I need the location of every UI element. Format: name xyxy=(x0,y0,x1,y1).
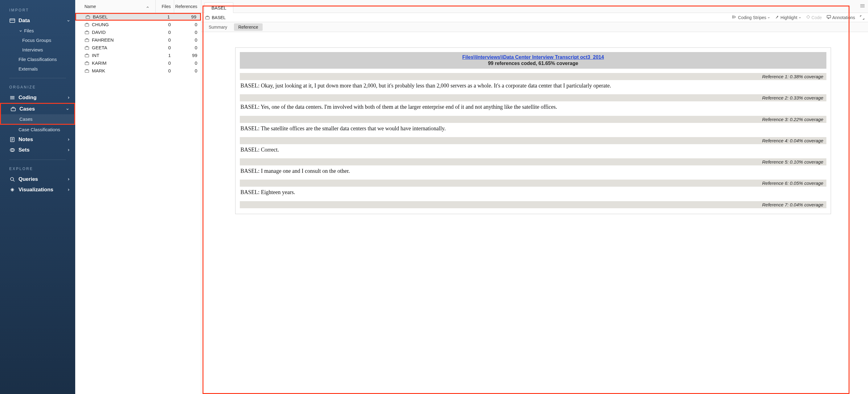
doc-subheader: 99 references coded, 61.65% coverage xyxy=(242,61,824,66)
nav-label: Cases xyxy=(20,106,35,112)
row-files: 0 xyxy=(155,37,174,42)
tool-expand[interactable] xyxy=(860,15,864,20)
data-icon xyxy=(9,18,16,24)
doc-link[interactable]: Files\\Interviews\\Data Center Interview… xyxy=(462,55,604,60)
svg-rect-18 xyxy=(86,16,90,19)
sidebar-item-queries[interactable]: Queries xyxy=(0,174,75,185)
doc-header: Files\\Interviews\\Data Center Interview… xyxy=(240,52,827,69)
chevron-down-icon xyxy=(799,16,801,19)
sidebar-item-file-classifications[interactable]: File Classifications xyxy=(0,55,75,64)
reference-text[interactable]: BASEL: Eighteen years. xyxy=(240,188,827,201)
sidebar-item-focus-groups[interactable]: Focus Groups xyxy=(0,35,75,45)
table-row[interactable]: KARIM00 xyxy=(75,59,201,67)
reference-text[interactable]: BASEL: Correct. xyxy=(240,145,827,158)
tool-label: Highlight xyxy=(780,15,797,20)
col-header-references[interactable]: References xyxy=(174,0,201,13)
svg-rect-5 xyxy=(11,108,16,111)
nav-label: File Classifications xyxy=(19,57,57,62)
row-refs: 99 xyxy=(174,53,201,58)
row-files: 0 xyxy=(155,22,174,27)
content-area[interactable]: Files\\Interviews\\Data Center Interview… xyxy=(201,32,868,394)
table-row[interactable]: FAHREEN00 xyxy=(75,36,201,44)
reference-label: Reference 5: 0.10% coverage xyxy=(240,158,827,165)
detail-panel: BASEL BASEL Coding Stripes xyxy=(201,0,868,394)
table-row[interactable]: BASEL199 xyxy=(75,13,201,21)
tool-label: Annotations xyxy=(832,15,855,20)
reference-text[interactable]: BASEL: I manage one and I consult on the… xyxy=(240,167,827,179)
coding-stripes-icon xyxy=(732,15,737,20)
case-icon xyxy=(205,15,210,20)
sidebar-item-externals[interactable]: Externals xyxy=(0,64,75,74)
sidebar-item-cases-sub[interactable]: Cases xyxy=(1,114,74,124)
sidebar-item-files[interactable]: Files xyxy=(0,26,75,35)
divider xyxy=(9,78,66,78)
section-organize-label: ORGANIZE xyxy=(0,83,75,92)
row-refs: 0 xyxy=(174,37,201,42)
col-label: Files xyxy=(161,4,171,9)
annotations-icon xyxy=(827,15,831,20)
sub-tab-summary[interactable]: Summary xyxy=(204,24,231,31)
detail-tab-basel[interactable]: BASEL xyxy=(204,2,233,13)
table-row[interactable]: CHUNG00 xyxy=(75,21,201,28)
sidebar-item-case-classifications[interactable]: Case Classifications xyxy=(0,125,75,134)
col-header-name[interactable]: Name xyxy=(75,0,155,13)
reference-text[interactable]: BASEL: Okay, just looking at it, I put d… xyxy=(240,81,827,94)
row-name: BASEL xyxy=(93,14,107,20)
chevron-right-icon xyxy=(66,188,71,191)
table-row[interactable]: INT199 xyxy=(75,52,201,59)
svg-rect-21 xyxy=(85,39,89,41)
sidebar-item-visualizations[interactable]: Visualizations xyxy=(0,185,75,195)
reference-label: Reference 2: 0.33% coverage xyxy=(240,94,827,101)
document: Files\\Interviews\\Data Center Interview… xyxy=(235,47,831,214)
nav-label: Notes xyxy=(19,136,33,143)
reference-text[interactable]: BASEL: Yes, one of the data centers. I'm… xyxy=(240,103,827,116)
sidebar-item-sets[interactable]: Sets xyxy=(0,145,75,155)
row-refs: 99 xyxy=(173,14,200,20)
sidebar-item-notes[interactable]: Notes xyxy=(0,134,75,145)
row-name: MARK xyxy=(92,68,105,73)
row-name: CHUNG xyxy=(92,22,109,27)
tool-highlight[interactable]: Highlight xyxy=(775,15,801,20)
tool-label: Coding Stripes xyxy=(738,15,766,20)
expand-icon xyxy=(860,15,864,20)
sidebar-item-coding[interactable]: Coding xyxy=(0,92,75,103)
coding-icon xyxy=(9,95,16,101)
row-files: 1 xyxy=(154,14,173,20)
case-icon xyxy=(85,38,89,42)
row-name: INT xyxy=(92,53,99,58)
row-name: FAHREEN xyxy=(92,37,114,42)
sidebar-item-interviews[interactable]: Interviews xyxy=(0,45,75,55)
list-panel: Name Files References BASEL199CHUNG00DAV… xyxy=(75,0,201,394)
sidebar: IMPORT Data Files Focus Groups Interview… xyxy=(0,0,75,394)
section-explore-label: EXPLORE xyxy=(0,164,75,174)
svg-rect-23 xyxy=(85,55,89,57)
case-icon xyxy=(85,61,89,65)
svg-rect-19 xyxy=(85,24,89,26)
col-header-files[interactable]: Files xyxy=(155,0,174,13)
table-row[interactable]: MARK00 xyxy=(75,67,201,74)
row-files: 0 xyxy=(155,60,174,66)
tool-coding-stripes[interactable]: Coding Stripes xyxy=(732,15,770,20)
row-refs: 0 xyxy=(174,45,201,50)
row-name: KARIM xyxy=(92,60,107,66)
sidebar-item-data[interactable]: Data xyxy=(0,15,75,26)
sub-tab-reference[interactable]: Reference xyxy=(234,24,262,31)
table-row[interactable]: GEETA00 xyxy=(75,44,201,52)
notes-icon xyxy=(9,136,16,143)
row-refs: 0 xyxy=(174,60,201,66)
case-icon xyxy=(85,69,89,73)
tool-code[interactable]: Code xyxy=(806,15,822,20)
sidebar-item-cases[interactable]: Cases xyxy=(1,104,74,114)
row-name: GEETA xyxy=(92,45,107,50)
nav-label: Visualizations xyxy=(19,187,53,193)
reference-text[interactable]: BASEL: The satellite offices are the sma… xyxy=(240,124,827,137)
menu-icon[interactable] xyxy=(860,4,865,9)
section-import-label: IMPORT xyxy=(0,5,75,15)
col-label: References xyxy=(175,4,197,9)
tool-annotations[interactable]: Annotations xyxy=(827,15,855,20)
svg-rect-22 xyxy=(85,47,89,49)
col-label: Name xyxy=(85,4,96,9)
chevron-down-icon xyxy=(19,29,23,32)
row-refs: 0 xyxy=(174,30,201,35)
table-row[interactable]: DAVID00 xyxy=(75,28,201,36)
